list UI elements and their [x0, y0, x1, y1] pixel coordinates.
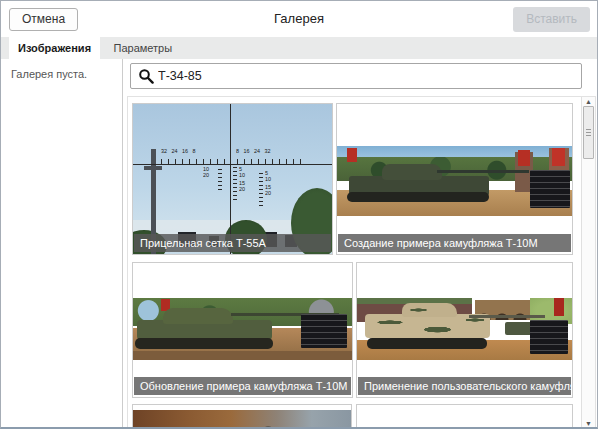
tab-parameters[interactable]: Параметры — [105, 37, 182, 59]
thumb-photo-strip — [337, 146, 572, 216]
thumbnail-caption: Создание примера камуфляжа Т-10М — [338, 234, 571, 252]
results-grid: 32 24 16 8 8 16 24 32 10 20 5 10 15 20 5… — [128, 97, 581, 429]
scroll-down-icon[interactable]: ▼ — [582, 419, 595, 429]
search-field-wrap — [130, 63, 582, 89]
reticle-ladder-ticks — [233, 166, 237, 200]
reticle-ticks-left — [161, 159, 227, 164]
reticle-ticks-right — [237, 159, 303, 164]
thumb-tank-tracks-shape — [367, 338, 487, 349]
thumb-tank-turret-shape — [382, 164, 442, 180]
insert-button[interactable]: Вставить — [513, 7, 590, 32]
reticle-ladder-numbers: 5 10 15 20 — [265, 170, 271, 197]
thumb-tank-turret-shape — [163, 308, 233, 324]
thumb-red-flag-shape — [554, 298, 564, 316]
thumbnail-caption: Применение пользовательского камуфляжа Т… — [358, 377, 571, 395]
thumbnail-caption: Прицельная сетка Т-55А — [134, 234, 331, 252]
thumb-tank-gun-shape — [469, 315, 545, 318]
thumb-ingame-tooltip-shape — [530, 170, 570, 208]
reticle-ladder-ticks — [218, 166, 222, 190]
thumbnail-caption: Обновление примера камуфляжа Т-10М — [134, 377, 351, 395]
thumb-photo-strip — [357, 428, 572, 429]
result-thumbnail-partial-right[interactable] — [356, 404, 573, 429]
gallery-sidebar: Галерея пуста. — [1, 59, 123, 429]
search-input[interactable] — [130, 63, 582, 89]
result-thumbnail-t10m-create-camo[interactable]: Создание примера камуфляжа Т-10М — [336, 103, 573, 255]
result-thumbnail-t55a-reticle[interactable]: 32 24 16 8 8 16 24 32 10 20 5 10 15 20 5… — [132, 103, 333, 255]
reticle-ladder-numbers: 5 10 15 20 — [239, 166, 245, 193]
gallery-dialog: Отмена Галерея Вставить Изображения Пара… — [0, 0, 598, 429]
thumb-ingame-tooltip-shape — [301, 314, 347, 348]
thumb-tank-gun-shape — [437, 170, 529, 173]
result-thumbnail-partial-left[interactable] — [132, 404, 352, 429]
thumb-red-flag-shape — [518, 150, 530, 166]
reticle-vertical-line — [230, 104, 231, 254]
results-scrollbar[interactable]: ▲ ▼ — [581, 97, 595, 429]
scrollbar-grip-icon — [586, 129, 591, 136]
thumb-ingame-tooltip-shape — [530, 320, 568, 354]
reticle-scale-left: 32 24 16 8 — [161, 148, 196, 155]
dialog-body: Галерея пуста. — [1, 59, 597, 429]
search-panel: 32 24 16 8 8 16 24 32 10 20 5 10 15 20 5… — [123, 59, 597, 429]
gallery-empty-text: Галерея пуста. — [11, 68, 112, 80]
thumb-tank-tracks-shape — [135, 338, 273, 349]
result-thumbnail-t10m-user-camo[interactable]: Применение пользовательского камуфляжа Т… — [356, 262, 573, 398]
result-thumbnail-t10m-update-camo[interactable]: Обновление примера камуфляжа Т-10М — [132, 262, 353, 398]
reticle-scale-right: 8 16 24 32 — [236, 148, 271, 155]
dialog-header: Отмена Галерея Вставить — [1, 1, 597, 37]
reticle-ladder-ticks — [259, 170, 263, 206]
thumb-photo-strip — [133, 298, 352, 360]
thumb-camo-tank-turret-shape — [402, 303, 457, 317]
search-results-panel: 32 24 16 8 8 16 24 32 10 20 5 10 15 20 5… — [127, 96, 596, 429]
thumb-red-flag-shape — [552, 148, 565, 166]
thumb-tank-tracks-shape — [347, 192, 489, 202]
tab-images[interactable]: Изображения — [9, 37, 100, 59]
reticle-ladder-numbers: 10 20 — [203, 166, 209, 180]
thumb-photo-strip — [357, 298, 572, 360]
thumb-pole-arm-shape — [144, 166, 162, 170]
search-icon — [138, 68, 154, 84]
scrollbar-thumb[interactable] — [583, 106, 594, 159]
thumb-photo-strip — [133, 410, 351, 429]
dialog-title: Галерея — [1, 11, 597, 26]
thumb-dirt-shape — [133, 351, 352, 360]
tab-bar: Изображения Параметры — [1, 37, 597, 59]
reticle-horizontal-line — [133, 164, 332, 165]
thumb-red-flag-shape — [347, 148, 357, 162]
